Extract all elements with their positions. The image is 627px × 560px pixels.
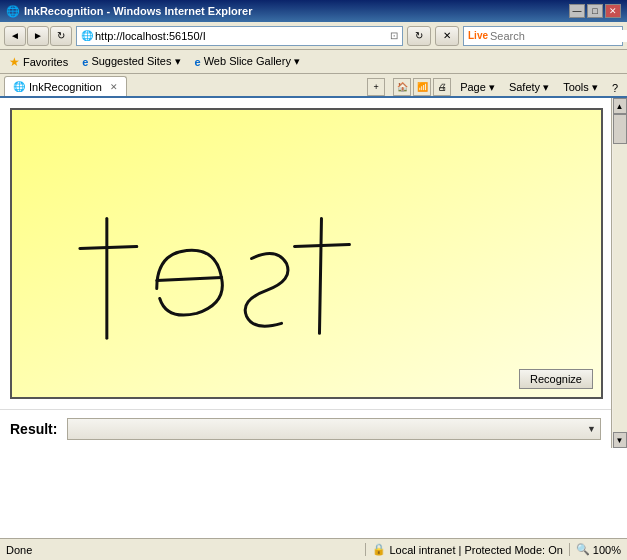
page-menu[interactable]: Page ▾ [455, 79, 500, 96]
search-input[interactable] [490, 30, 627, 42]
live-logo: Live [468, 30, 488, 41]
status-bar: Done 🔒 Local intranet | Protected Mode: … [0, 538, 627, 560]
scroll-track[interactable] [613, 114, 627, 432]
favorites-bar: ★ Favorites e Suggested Sites ▾ e Web Sl… [0, 50, 627, 74]
result-row: Result: ▼ [0, 409, 611, 448]
favorites-label: Favorites [23, 56, 68, 68]
tools-menu-label: Tools ▾ [563, 81, 598, 94]
nav-buttons: ◄ ► ↻ [4, 26, 72, 46]
suggested-sites-label: Suggested Sites ▾ [91, 55, 180, 68]
refresh-page-button[interactable]: ↻ [407, 26, 431, 46]
web-slice-gallery[interactable]: e Web Slice Gallery ▾ [192, 54, 303, 69]
status-zoom: 🔍 100% [569, 543, 621, 556]
active-tab[interactable]: 🌐 InkRecognition ✕ [4, 76, 127, 96]
star-icon: ★ [9, 55, 20, 69]
zone-label: Local intranet | Protected Mode: On [389, 544, 562, 556]
tab-icon: 🌐 [13, 81, 25, 92]
tab-label: InkRecognition [29, 81, 102, 93]
dropdown-arrow-icon: ▼ [587, 424, 596, 434]
maximize-button[interactable]: □ [587, 4, 603, 18]
refresh-button[interactable]: ↻ [50, 26, 72, 46]
result-dropdown[interactable]: ▼ [67, 418, 601, 440]
empty-area [0, 448, 627, 538]
main-content: Recognize Result: ▼ ▲ ▼ [0, 98, 627, 448]
scroll-up-button[interactable]: ▲ [613, 98, 627, 114]
print-button[interactable]: 🖨 [433, 78, 451, 96]
help-button[interactable]: ? [607, 80, 623, 96]
web-slice-gallery-label: Web Slice Gallery ▾ [204, 55, 300, 68]
safety-menu[interactable]: Safety ▾ [504, 79, 554, 96]
tools-menu[interactable]: Tools ▾ [558, 79, 603, 96]
scroll-thumb[interactable] [613, 114, 627, 144]
zoom-level[interactable]: 100% [593, 544, 621, 556]
address-input-wrap: 🌐 ⊡ [76, 26, 403, 46]
close-button[interactable]: ✕ [605, 4, 621, 18]
search-box: Live 🔍 [463, 26, 623, 46]
result-label: Result: [10, 421, 57, 437]
status-zone: 🔒 Local intranet | Protected Mode: On [365, 543, 562, 556]
zoom-icon: 🔍 [576, 543, 590, 556]
recognize-button[interactable]: Recognize [519, 369, 593, 389]
suggested-sites[interactable]: e Suggested Sites ▾ [79, 54, 183, 69]
new-tab-button[interactable]: + [367, 78, 385, 96]
ie-icon-gallery: e [195, 56, 201, 68]
page-menu-label: Page ▾ [460, 81, 495, 94]
forward-button[interactable]: ► [27, 26, 49, 46]
status-right: 🔒 Local intranet | Protected Mode: On 🔍 … [365, 543, 621, 556]
page-icon: 🌐 [81, 30, 93, 41]
tab-close-icon[interactable]: ✕ [110, 82, 118, 92]
compatibility-icon: ⊡ [390, 30, 398, 41]
home-button[interactable]: 🏠 [393, 78, 411, 96]
address-input[interactable] [95, 30, 388, 42]
scroll-down-button[interactable]: ▼ [613, 432, 627, 448]
window-controls: — □ ✕ [569, 4, 621, 18]
tab-bar: 🌐 InkRecognition ✕ + 🏠 📶 🖨 Page ▾ Safety… [0, 74, 627, 98]
handwriting-svg [12, 110, 601, 397]
tab-controls: + [367, 78, 385, 96]
zone-icon: 🔒 [372, 543, 386, 556]
ink-canvas[interactable]: Recognize [10, 108, 603, 399]
vertical-scrollbar[interactable]: ▲ ▼ [611, 98, 627, 448]
minimize-button[interactable]: — [569, 4, 585, 18]
ie-title-icon: 🌐 [6, 5, 20, 18]
help-label: ? [612, 82, 618, 94]
window-title: InkRecognition - Windows Internet Explor… [24, 5, 252, 17]
status-done: Done [6, 544, 361, 556]
favorites-button[interactable]: ★ Favorites [6, 54, 71, 70]
address-bar: ◄ ► ↻ 🌐 ⊡ ↻ ✕ Live 🔍 [0, 22, 627, 50]
safety-menu-label: Safety ▾ [509, 81, 549, 94]
stop-button[interactable]: ✕ [435, 26, 459, 46]
back-button[interactable]: ◄ [4, 26, 26, 46]
rss-button[interactable]: 📶 [413, 78, 431, 96]
title-bar: 🌐 InkRecognition - Windows Internet Expl… [0, 0, 627, 22]
ie-icon-suggested: e [82, 56, 88, 68]
